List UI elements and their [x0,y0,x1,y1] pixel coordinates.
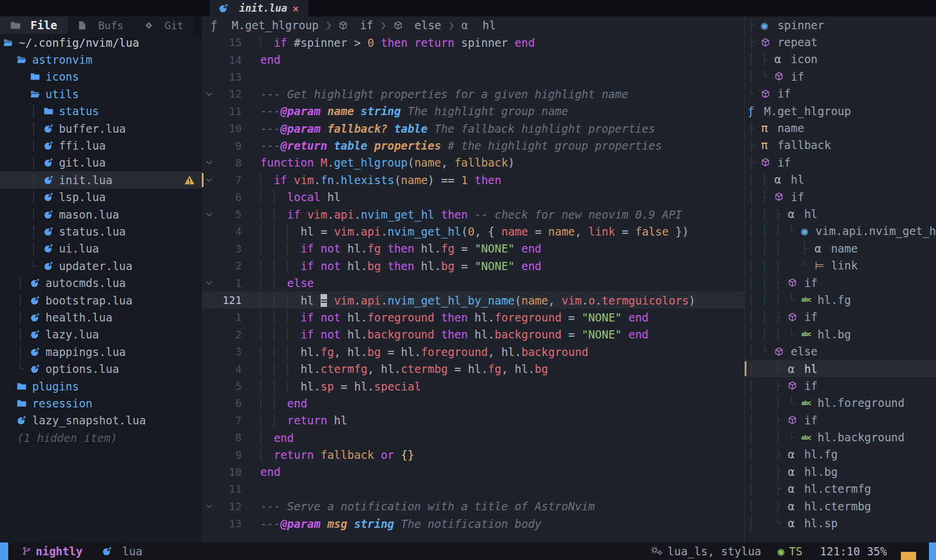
symbol-row-spinner[interactable]: ├ ◉spinner [745,16,936,33]
symbol-row-else[interactable]: │ └ else [745,343,936,359]
code-line[interactable]: 3▏ ▏ ▏ if not hl.fg then hl.fg = "NONE" … [202,240,744,257]
symbol-row-fallback[interactable]: ├ πfallback [745,137,936,154]
symbol-row-if[interactable]: │ ├ if [745,412,936,428]
tree-item-mason-lua[interactable]: │ mason.lua [0,206,202,223]
fold-chevron-icon[interactable] [202,212,216,217]
tree-item-mappings-lua[interactable]: │ mappings.lua [0,343,202,360]
tree-hidden-note[interactable]: (1 hidden item) [0,429,202,446]
code-line[interactable]: 8▏ end [202,429,744,446]
code-line[interactable]: 15▏ if #spinner > 0 then return spinner … [202,34,744,51]
code-line[interactable]: 13 [202,68,744,85]
tree-item-lsp-lua[interactable]: │ lsp.lua [0,189,202,206]
code-line[interactable]: 10end [202,464,744,481]
tree-item-git-lua[interactable]: │ git.lua [0,154,202,171]
code-area[interactable]: 15▏ if #spinner > 0 then return spinner … [202,34,744,532]
lsp-clients[interactable]: lua_ls, stylua [651,545,761,558]
code-line[interactable]: 1▏ ▏ else [202,274,744,291]
code-line[interactable]: 12--- Get highlight properties for a giv… [202,85,744,102]
code-line[interactable]: 5▏ ▏ ▏ hl.sp = hl.special [202,378,744,395]
code-line[interactable]: 4▏ ▏ ▏ hl.ctermfg, hl.ctermbg = hl.fg, h… [202,360,744,377]
code-line[interactable]: 8function M.get_hlgroup(name, fallback) [202,154,744,171]
fold-chevron-icon[interactable] [202,178,216,182]
symbol-row-if[interactable]: │ │ ├ if [745,274,936,291]
code-line[interactable]: 5▏ ▏ if vim.api.nvim_get_hl then -- chec… [202,206,744,223]
fold-chevron-icon[interactable] [202,281,216,285]
symbol-row-hl-foreground[interactable]: │ │ └ abchl.foreground [745,395,936,412]
code-line[interactable]: 1▏ ▏ ▏ if not hl.foreground then hl.fore… [202,309,744,326]
source-tab-git[interactable]: Git [134,16,194,34]
tree-item-autocmds-lua[interactable]: │ autocmds.lua [0,274,202,291]
symbol-row-hl-bg[interactable]: │ ├ αhl.bg [745,463,936,480]
code-line[interactable]: 3▏ ▏ ▏ hl.fg, hl.bg = hl.foreground, hl.… [202,343,744,360]
code-line[interactable]: 14end [202,51,744,68]
git-branch[interactable]: nightly [22,545,82,558]
tree-item-health-lua[interactable]: │ health.lua [0,309,202,326]
symbol-row-if[interactable]: │ ├ if [745,377,936,394]
tree-item-ffi-lua[interactable]: │ ffi.lua [0,137,202,154]
close-icon[interactable]: × [292,2,299,15]
code-line[interactable]: 9▏ return fallback or {} [202,446,744,463]
tree-item-bootstrap-lua[interactable]: │ bootstrap.lua [0,292,202,309]
code-line[interactable]: 11 [202,481,744,497]
code-line[interactable]: 121▏ ▏ ▏ hl = vim.api.nvim_get_hl_by_nam… [202,292,744,309]
tree-item-status-lua[interactable]: │ status.lua [0,223,202,240]
symbol-row-hl[interactable]: │ ├ αhl [745,171,936,188]
symbol-row-hl[interactable]: │ │ ├ αhl [745,205,936,222]
tree-item-init-lua[interactable]: │ init.lua [0,171,202,188]
symbol-row-vim-api-nvim-get-h[interactable]: │ │ │ └ ◉vim.api.nvim_get_h [745,223,936,240]
code-line[interactable]: 7▏ if vim.fn.hlexists(name) == 1 then [202,171,744,188]
tree-item-astronvim[interactable]: astronvim [0,51,202,68]
symbol-row-icon[interactable]: │ ├ αicon [745,51,936,68]
symbol-row-if[interactable]: └ if [745,85,936,102]
tree-item-status[interactable]: │ status [0,103,202,120]
symbol-row-repeat[interactable]: ├ repeat [745,33,936,50]
tree-item-updater-lua[interactable]: └ updater.lua [0,257,202,274]
symbol-row-M-get-hlgroup[interactable]: ƒM.get_hlgroup [745,102,936,119]
code-line[interactable]: 4▏ ▏ ▏ hl = vim.api.nvim_get_hl(0, { nam… [202,223,744,240]
editor[interactable]: ƒM.get_hlgroup›if›else›αhl 15▏ if #spinn… [202,16,744,542]
symbol-row-name[interactable]: ├ πname [745,119,936,136]
tree-item-resession[interactable]: resession [0,395,202,412]
symbol-row-hl-fg[interactable]: │ ├ αhl.fg [745,446,936,463]
breadcrumb-item[interactable]: M.get_hlgroup [232,19,319,32]
code-line[interactable]: 12--- Serve a notification with a title … [202,498,744,515]
symbol-row-if[interactable]: │ │ ├ if [745,309,936,326]
breadcrumb-item[interactable]: hl [483,19,496,32]
symbol-row-hl-fg[interactable]: │ │ │ └ abchl.fg [745,291,936,308]
symbol-row-link[interactable]: │ │ │ └ ⊨link [745,257,936,274]
code-line[interactable]: 6▏ ▏ end [202,395,744,412]
code-line[interactable]: 10---@param fallback? table The fallback… [202,120,744,137]
code-line[interactable]: 2▏ ▏ ▏ if not hl.background then hl.back… [202,326,744,343]
code-line[interactable]: 11---@param name string The highlight gr… [202,103,744,120]
code-line[interactable]: 6▏ ▏ local hl [202,189,744,206]
code-line[interactable]: 7▏ ▏ return hl [202,412,744,429]
fold-chevron-icon[interactable] [202,92,216,96]
breadcrumb-item[interactable]: else [415,19,442,32]
fold-chevron-icon[interactable] [202,504,216,509]
symbol-row-if[interactable]: │ └ if [745,68,936,85]
symbol-row-if[interactable]: ├ if [745,154,936,171]
symbol-row-hl-background[interactable]: │ │ └ abchl.background [745,428,936,445]
code-line[interactable]: 9---@return table properties # the highl… [202,137,744,154]
symbol-row-name[interactable]: │ │ │ ├ αname [745,240,936,257]
symbol-row-if[interactable]: │ ├ if [745,188,936,205]
tree-item-options-lua[interactable]: └ options.lua [0,360,202,377]
tree-item-lazy-snapshot-lua[interactable]: lazy_snapshot.lua [0,412,202,429]
breadcrumb-item[interactable]: if [360,19,373,32]
tree-item-ui-lua[interactable]: │ ui.lua [0,240,202,257]
source-tab-bufs[interactable]: Bufs [68,16,134,34]
source-tab-file[interactable]: File [0,16,68,34]
tree-item-buffer-lua[interactable]: │ buffer.lua [0,120,202,137]
code-line[interactable]: 13---@param msg string The notification … [202,515,744,532]
tree-item--config-nvim-lua[interactable]: ~/.config/nvim/lua [0,34,202,51]
code-line[interactable]: 2▏ ▏ ▏ if not hl.bg then hl.bg = "NONE" … [202,257,744,274]
symbol-row-hl-ctermfg[interactable]: │ ├ αhl.ctermfg [745,481,936,497]
symbol-row-hl-bg[interactable]: │ │ │ └ abchl.bg [745,326,936,343]
fold-chevron-icon[interactable] [202,160,216,165]
symbol-row-hl[interactable]: │ ├ αhl [745,360,936,377]
tree-item-icons[interactable]: icons [0,68,202,85]
tab-init-lua[interactable]: init.lua × [209,0,308,16]
tree-item-plugins[interactable]: plugins [0,378,202,395]
symbol-row-hl-ctermbg[interactable]: │ ├ αhl.ctermbg [745,497,936,514]
tree-item-utils[interactable]: utils [0,85,202,102]
